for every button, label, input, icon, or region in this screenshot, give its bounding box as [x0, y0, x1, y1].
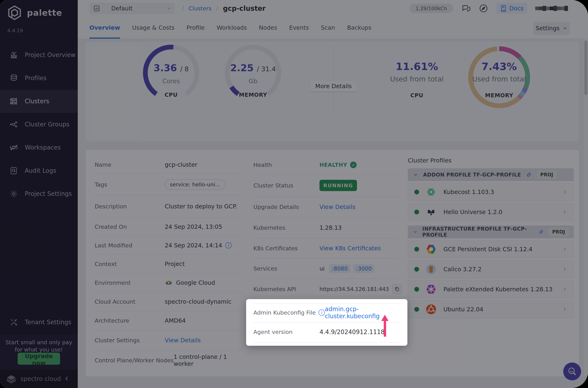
- profile-group-name: INFRASTRUCTURE PROFILE TF-GCP-PROFILE: [422, 226, 534, 238]
- memory-donut-caption: Used from total: [468, 75, 530, 83]
- admin-kubeconfig-link[interactable]: admin.gcp-cluster.kubeconfig: [325, 306, 400, 320]
- profile-item-ubuntu[interactable]: Ubuntu 22.04: [408, 300, 574, 318]
- tab-events[interactable]: Events: [289, 17, 309, 39]
- search-assistant-button[interactable]: [563, 363, 581, 380]
- tab-usage-costs[interactable]: Usage & Costs: [132, 17, 175, 39]
- chevron-right-icon: [562, 210, 567, 215]
- status-dot: [414, 267, 419, 272]
- project-chart-icon: [93, 5, 100, 12]
- detail-label: Admin Kubeconfig File: [253, 309, 316, 316]
- row-nodes: Control Plane/Worker Nodes 1 control-pla…: [95, 351, 242, 370]
- sidebar-footer: spectro cloud: [0, 369, 78, 388]
- detail-label: Control Plane/Worker Nodes: [95, 357, 174, 364]
- chevron-down-icon: [413, 172, 418, 177]
- sidebar-item-cluster-groups[interactable]: Cluster Groups: [0, 113, 78, 136]
- view-details-link[interactable]: View Details: [165, 337, 201, 344]
- tab-nodes[interactable]: Nodes: [259, 17, 277, 39]
- scrollbar-thumb[interactable]: [584, 40, 588, 95]
- detail-label: Environment: [95, 279, 165, 286]
- docs-button[interactable]: Docs: [496, 3, 527, 14]
- tab-backups[interactable]: Backups: [347, 17, 371, 39]
- sidebar-item-clusters[interactable]: Clusters: [0, 90, 78, 113]
- chat-icon[interactable]: [461, 4, 471, 13]
- promo-text-line1: Start small and only pay: [0, 339, 78, 346]
- sidebar-item-label: Project Settings: [25, 190, 72, 197]
- hello-universe-icon: [426, 207, 436, 217]
- detail-value: 1 control-plane / 1 worker: [174, 353, 242, 367]
- tools-icon: [9, 318, 18, 327]
- info-icon[interactable]: i: [318, 310, 325, 316]
- sidebar-item-label: Clusters: [25, 98, 49, 105]
- status-badge: RUNNING: [319, 180, 357, 191]
- cpu-gauge-label: CPU: [143, 92, 199, 98]
- sidebar-item-label: Cluster Groups: [25, 121, 69, 128]
- audit-log-icon: [9, 166, 18, 175]
- memory-donut-label: MEMORY: [468, 92, 530, 98]
- link-icon[interactable]: [539, 229, 544, 235]
- project-selector[interactable]: Default: [89, 3, 175, 14]
- app-frame: palette 4.4.19 Project Overview Profiles…: [0, 0, 588, 388]
- detail-label: Context: [95, 261, 165, 267]
- service-port-8080-link[interactable]: :8080: [329, 264, 350, 273]
- compass-icon[interactable]: [479, 4, 488, 13]
- cpu-used-value: 3.36: [154, 62, 177, 73]
- health-status-text: HEALTHY: [319, 162, 347, 168]
- sidebar-item-tenant-settings[interactable]: Tenant Settings: [0, 311, 78, 334]
- row-cluster-status: Cluster Status RUNNING: [253, 174, 399, 197]
- tab-overview[interactable]: Overview: [89, 17, 120, 39]
- addon-profile-header[interactable]: ADDON PROFILE TF-GCP-PROFILE PROJ: [408, 168, 574, 181]
- copy-button[interactable]: [392, 284, 402, 294]
- breadcrumb-separator: /: [216, 5, 218, 12]
- tab-scan[interactable]: Scan: [321, 17, 335, 39]
- sidebar-item-audit-logs[interactable]: Audit Logs: [0, 159, 78, 182]
- more-details-button[interactable]: More Details: [310, 80, 357, 92]
- info-icon[interactable]: i: [225, 242, 231, 248]
- detail-label: Description: [95, 203, 165, 210]
- divider: [253, 322, 400, 323]
- chevron-right-icon: [562, 287, 567, 292]
- cpu-donut-label: CPU: [386, 92, 448, 98]
- view-k8s-certificates-link[interactable]: View K8s Certificates: [319, 245, 381, 252]
- profile-item-kubecost[interactable]: Kubecost 1.103.3: [408, 183, 574, 201]
- vertical-scrollbar[interactable]: [584, 39, 588, 377]
- memory-unit: Gb: [225, 77, 281, 85]
- service-name: ui: [319, 265, 325, 272]
- sidebar-item-profiles[interactable]: Profiles: [0, 67, 78, 90]
- palette-logo: palette: [7, 5, 62, 21]
- detail-label: Tags: [95, 181, 165, 188]
- tab-workloads[interactable]: Workloads: [217, 17, 247, 39]
- tag-pill[interactable]: service: hello-uni...: [165, 179, 225, 190]
- sidebar-item-label: Audit Logs: [25, 167, 56, 174]
- upgrade-promo: Start small and only pay for what you us…: [0, 335, 78, 369]
- profile-item-gce-disk-csi[interactable]: GCE Persistent Disk CSI 1.12.4: [408, 240, 574, 258]
- link-icon[interactable]: [526, 171, 532, 178]
- upgrade-now-button[interactable]: Upgrade now: [18, 353, 60, 365]
- sidebar-item-project-settings[interactable]: Project Settings: [0, 182, 78, 205]
- kubernetes-api-url: https://34.54.126.181:443: [319, 286, 389, 292]
- chevron-down-icon: [413, 229, 418, 235]
- status-dot: [414, 287, 419, 292]
- profile-item-palette-extended-k8s[interactable]: Palette eXtended Kubernetes 1.28.13: [408, 280, 574, 298]
- detail-label: Last Modified: [95, 242, 165, 249]
- row-health: Health HEALTHY: [253, 156, 399, 174]
- sidebar-item-project-overview[interactable]: Project Overview: [0, 43, 78, 67]
- kubecost-icon: [426, 187, 436, 197]
- profile-item-name: Ubuntu 22.04: [443, 306, 562, 313]
- spectro-cloud-label: spectro cloud: [20, 375, 61, 382]
- scope-badge: PROJ: [537, 170, 557, 179]
- user-name-redacted[interactable]: [535, 6, 568, 11]
- sidebar-item-workspaces[interactable]: Workspaces: [0, 136, 78, 159]
- profile-item-calico[interactable]: Calico 3.27.2: [408, 260, 574, 278]
- detail-value: 24 Sep 2024, 14:14: [165, 242, 222, 249]
- tab-profile[interactable]: Profile: [186, 17, 205, 39]
- profile-item-hello-universe[interactable]: Hello Universe 1.2.0: [408, 203, 574, 221]
- cpu-donut-caption: Used from total: [386, 75, 448, 83]
- infrastructure-profile-header[interactable]: INFRASTRUCTURE PROFILE TF-GCP-PROFILE PR…: [408, 225, 574, 238]
- credits-badge: 1.29/100kCh: [409, 4, 453, 13]
- service-port-3000-link[interactable]: :3000: [354, 264, 374, 273]
- breadcrumb-clusters-link[interactable]: Clusters: [189, 5, 211, 12]
- collapse-sidebar-icon[interactable]: [63, 375, 71, 383]
- settings-button[interactable]: Settings: [533, 22, 570, 35]
- detail-value: Google Cloud: [176, 279, 215, 286]
- upgrade-view-details-link[interactable]: View Details: [319, 203, 355, 210]
